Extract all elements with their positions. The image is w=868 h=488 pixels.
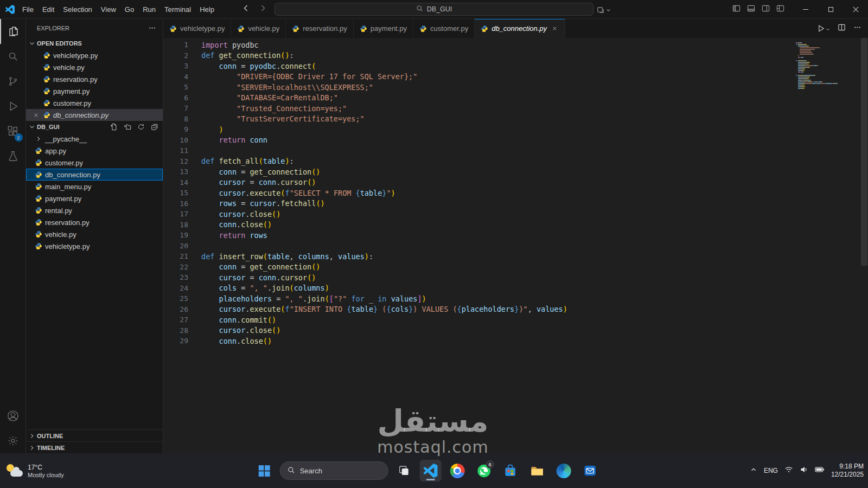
code-line[interactable]: 5 "SERVER=localhost\\SQLEXPRESS;"	[163, 82, 868, 93]
customize-layout-icon[interactable]	[776, 4, 784, 15]
tab-customer.py[interactable]: customer.py	[413, 19, 475, 38]
file-explorer-icon[interactable]	[526, 460, 548, 481]
code-line[interactable]: 6 "DATABASE=CarRentalDB;"	[163, 93, 868, 104]
code-line[interactable]: 14 cursor = conn.cursor()	[163, 177, 868, 188]
back-arrow-icon[interactable]	[241, 4, 250, 15]
collapse-all-icon[interactable]	[151, 123, 158, 131]
menu-file[interactable]: File	[18, 0, 38, 18]
tab-db_connection.py[interactable]: db_connection.py	[475, 19, 565, 38]
code-editor[interactable]: 1import pyodbc2def get_connection():3 co…	[163, 38, 868, 453]
new-file-icon[interactable]	[110, 123, 118, 131]
run-python-button[interactable]	[817, 24, 830, 34]
tray-chevron-up-icon[interactable]	[750, 466, 757, 476]
code-line[interactable]: 15 cursor.execute(f"SELECT * FROM {table…	[163, 188, 868, 198]
tree-file-item[interactable]: reservation.py	[26, 216, 163, 228]
code-line[interactable]: 20	[163, 241, 868, 252]
extensions-icon[interactable]: 2	[0, 119, 26, 144]
tree-file-item[interactable]: db_connection.py	[26, 169, 163, 181]
tree-file-item[interactable]: vehicle.py	[26, 228, 163, 240]
chrome-icon[interactable]	[446, 460, 468, 481]
minimap[interactable]	[796, 42, 858, 89]
open-editor-item[interactable]: vehicle.py	[26, 61, 163, 73]
toggle-secondary-sidebar-icon[interactable]	[762, 4, 770, 15]
volume-icon[interactable]	[800, 465, 808, 476]
menu-selection[interactable]: Selection	[59, 0, 96, 18]
tree-file-item[interactable]: app.py	[26, 145, 163, 157]
code-line[interactable]: 9 )	[163, 124, 868, 135]
code-line[interactable]: 25 placeholders = ", ".join(["?" for _ i…	[163, 293, 868, 304]
code-line[interactable]: 22 conn = get_connection()	[163, 262, 868, 273]
forward-arrow-icon[interactable]	[259, 4, 267, 15]
tree-file-item[interactable]: main_menu.py	[26, 181, 163, 192]
tree-file-item[interactable]: payment.py	[26, 192, 163, 204]
explorer-activity-icon[interactable]	[0, 19, 26, 44]
menu-run[interactable]: Run	[138, 0, 160, 18]
toggle-sidebar-icon[interactable]	[732, 4, 741, 15]
code-line[interactable]: 21def insert_row(table, columns, values)…	[163, 251, 868, 262]
code-line[interactable]: 24 cols = ", ".join(columns)	[163, 283, 868, 294]
code-line[interactable]: 27 conn.commit()	[163, 314, 868, 325]
tab-reservation.py[interactable]: reservation.py	[286, 19, 354, 38]
whatsapp-icon[interactable]: 6	[473, 460, 495, 481]
code-line[interactable]: 26 cursor.execute(f"INSERT INTO {table} …	[163, 304, 868, 315]
task-view-button[interactable]	[393, 460, 415, 481]
clock[interactable]: 9:18 PM 12/21/2025	[831, 463, 864, 479]
open-editor-item[interactable]: customer.py	[26, 97, 163, 109]
store-icon[interactable]	[500, 460, 521, 481]
vscode-taskbar-icon[interactable]	[420, 460, 442, 481]
code-line[interactable]: 12def fetch_all(table):	[163, 156, 868, 167]
taskbar-search[interactable]: Search	[280, 461, 388, 480]
code-line[interactable]: 2def get_connection():	[163, 50, 868, 61]
code-line[interactable]: 10 return conn	[163, 135, 868, 146]
open-editors-header[interactable]: OPEN EDITORS	[26, 37, 163, 49]
tree-folder-item[interactable]: __pycache__	[26, 133, 163, 145]
project-header[interactable]: DB_GUI	[26, 121, 163, 133]
wifi-icon[interactable]	[784, 465, 793, 476]
code-line[interactable]: 8 "TrustServerCertificate=yes;"	[163, 114, 868, 125]
code-line[interactable]: 13 conn = get_connection()	[163, 166, 868, 177]
editor-more-actions-icon[interactable]	[853, 23, 861, 34]
close-icon[interactable]	[31, 112, 40, 119]
start-button[interactable]	[253, 460, 275, 481]
editor-scrollbar[interactable]	[860, 38, 868, 453]
code-line[interactable]: 16 rows = cursor.fetchall()	[163, 198, 868, 209]
code-line[interactable]: 11	[163, 145, 868, 156]
code-line[interactable]: 4 "DRIVER={ODBC Driver 17 for SQL Server…	[163, 72, 868, 82]
battery-icon[interactable]	[815, 466, 825, 476]
source-control-icon[interactable]	[0, 69, 26, 94]
account-icon[interactable]	[0, 403, 26, 428]
menu-edit[interactable]: Edit	[38, 0, 59, 18]
tree-file-item[interactable]: rental.py	[26, 204, 163, 216]
more-actions-icon[interactable]	[148, 24, 156, 33]
tree-file-item[interactable]: vehicletype.py	[26, 240, 163, 252]
code-line[interactable]: 3 conn = pyodbc.connect(	[163, 61, 868, 72]
outlook-icon[interactable]	[579, 460, 601, 481]
testing-icon[interactable]	[0, 144, 26, 169]
timeline-section[interactable]: TIMELINE	[26, 441, 163, 453]
tab-vehicle.py[interactable]: vehicle.py	[231, 19, 286, 38]
code-line[interactable]: 17 cursor.close()	[163, 209, 868, 220]
code-line[interactable]: 19 return rows	[163, 230, 868, 241]
edge-icon[interactable]	[553, 460, 575, 481]
outline-section[interactable]: OUTLINE	[26, 429, 163, 441]
refresh-icon[interactable]	[137, 123, 145, 131]
tab-payment.py[interactable]: payment.py	[354, 19, 413, 38]
code-line[interactable]: 29 conn.close()	[163, 336, 868, 346]
new-folder-icon[interactable]	[124, 123, 131, 131]
minimize-button[interactable]	[793, 0, 818, 19]
close-icon[interactable]	[550, 25, 559, 32]
open-editor-item[interactable]: reservation.py	[26, 73, 163, 85]
tab-vehicletype.py[interactable]: vehicletype.py	[163, 19, 231, 38]
menu-help[interactable]: Help	[195, 0, 219, 18]
language-indicator[interactable]: ENG	[764, 467, 778, 474]
code-line[interactable]: 18 conn.close()	[163, 220, 868, 230]
menu-view[interactable]: View	[97, 0, 120, 18]
command-center-search[interactable]: DB_GUI	[275, 3, 593, 16]
settings-gear-icon[interactable]	[0, 428, 26, 453]
close-button[interactable]	[843, 0, 868, 19]
code-line[interactable]: 7 "Trusted_Connection=yes;"	[163, 103, 868, 114]
weather-widget[interactable]: 17°C Mostly cloudy	[0, 463, 64, 478]
menu-go[interactable]: Go	[120, 0, 138, 18]
toggle-panel-icon[interactable]	[747, 4, 755, 15]
split-editor-icon[interactable]	[838, 23, 846, 34]
